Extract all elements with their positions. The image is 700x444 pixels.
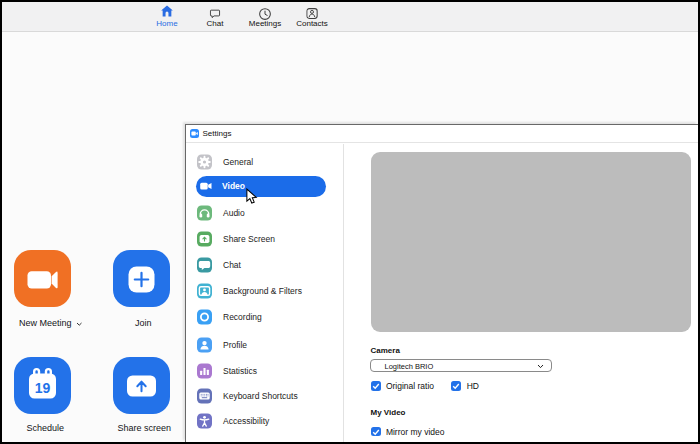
svg-text:19: 19 [35,380,51,396]
